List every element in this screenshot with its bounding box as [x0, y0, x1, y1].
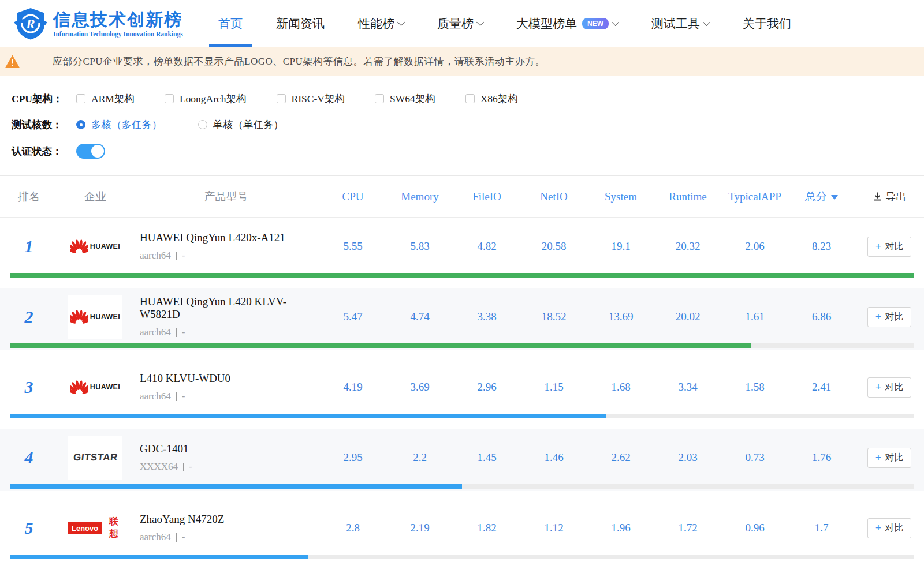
checkbox[interactable] [76, 94, 85, 103]
header-netio[interactable]: NetIO [520, 190, 587, 203]
compare-button[interactable]: 对比 [867, 448, 911, 468]
compare-label: 对比 [885, 311, 903, 323]
radio-button[interactable] [76, 120, 85, 129]
arch-checkbox-option[interactable]: RISC-V架构 [277, 92, 345, 106]
subtitle-divider [183, 463, 184, 471]
rank-number: 3 [25, 377, 33, 396]
header-fileio[interactable]: FileIO [453, 190, 520, 203]
table-header: 排名 企业 产品型号 CPU Memory FileIO NetIO Syste… [0, 176, 924, 218]
plus-icon [875, 241, 881, 252]
table-row: 5 Lenovo 联想 ZhaoYang N4720Z aarch64 [0, 499, 924, 561]
compare-button[interactable]: 对比 [867, 307, 911, 327]
cores-radio-option[interactable]: 多核（多任务） [76, 118, 162, 132]
header-runtime[interactable]: Runtime [654, 190, 721, 203]
product-arch: aarch64 [140, 327, 171, 338]
subtitle-divider [176, 252, 177, 260]
runtime-score: 2.03 [654, 451, 721, 464]
score-bar-track [10, 484, 914, 489]
huawei-flower-icon [70, 380, 88, 394]
total-score: 6.86 [788, 310, 855, 323]
cpu-score: 5.47 [319, 310, 386, 323]
nav-item[interactable]: 性能榜 [358, 0, 404, 47]
checkbox[interactable] [375, 94, 384, 103]
table-body: 1 [0, 218, 924, 561]
header-cpu[interactable]: CPU [319, 190, 386, 203]
product-name: HUAWEI QingYun L420 KLVV-W5821D [140, 295, 319, 321]
compare-label: 对比 [885, 522, 903, 534]
chevron-down-icon [476, 18, 484, 26]
cpu-score: 2.95 [319, 451, 386, 464]
netio-score: 18.52 [520, 310, 587, 323]
certification-toggle[interactable] [76, 144, 105, 159]
export-button[interactable]: 导出 [855, 190, 924, 204]
huawei-logo: HUAWEI [70, 310, 120, 324]
arch-checkbox-option[interactable]: X86架构 [465, 92, 518, 106]
checkbox[interactable] [277, 94, 286, 103]
product-subtitle: XXXX64 - [140, 461, 319, 473]
compare-button[interactable]: 对比 [867, 237, 911, 257]
filter-panel: CPU架构： ARM架构 LoongArch架构 RISC-V架构 SW64架构… [0, 76, 924, 175]
lenovo-logo: Lenovo 联想 [68, 516, 122, 540]
product-arch-note: - [182, 250, 185, 261]
header-total-sort[interactable]: 总分 [788, 189, 855, 204]
radio-button[interactable] [198, 120, 207, 129]
checkbox[interactable] [165, 94, 174, 103]
nav-item[interactable]: 质量榜 [437, 0, 483, 47]
header-typicalapp[interactable]: TypicalAPP [721, 190, 788, 203]
subtitle-divider [176, 392, 177, 401]
huawei-wordmark: HUAWEI [90, 383, 120, 391]
checkbox[interactable] [465, 94, 475, 103]
sort-desc-icon [831, 195, 838, 200]
score-bar-track [10, 414, 914, 418]
cpu-score: 5.55 [319, 240, 386, 253]
system-score: 13.69 [587, 310, 654, 323]
brand-logo[interactable]: R 信息技术创新榜 Information Technology Innovat… [14, 7, 199, 40]
arch-checkbox-option[interactable]: SW64架构 [375, 92, 435, 106]
subtitle-divider [176, 533, 177, 542]
compare-button[interactable]: 对比 [867, 518, 911, 538]
plus-icon [875, 312, 881, 323]
arch-checkbox-option[interactable]: LoongArch架构 [165, 92, 247, 106]
header-system[interactable]: System [587, 190, 654, 203]
nav-menu: 首页 新闻资讯 性能榜 质量榜 大模型榜单 NEW 测试工具 关于我们 [218, 0, 791, 47]
table-row: 1 [0, 218, 924, 280]
svg-text:R: R [25, 17, 35, 31]
product-arch-note: - [182, 531, 185, 543]
total-score: 2.41 [788, 381, 855, 394]
arch-filter-label: CPU架构： [12, 92, 76, 106]
fileio-score: 1.82 [453, 522, 520, 534]
arch-checkbox-option[interactable]: ARM架构 [76, 92, 135, 106]
nav-item[interactable]: 测试工具 [651, 0, 709, 47]
filter-row-cert: 认证状态： [12, 144, 912, 159]
nav-item[interactable]: 关于我们 [743, 0, 791, 47]
nav-item[interactable]: 首页 [218, 0, 243, 47]
plus-icon [875, 382, 881, 393]
typicalapp-score: 0.96 [721, 522, 788, 534]
system-score: 1.96 [587, 522, 654, 534]
cores-radio-option[interactable]: 单核（单任务） [198, 118, 284, 132]
compare-button[interactable]: 对比 [867, 377, 911, 398]
brand-subtitle: Information Technology Innovation Rankin… [53, 31, 183, 38]
cores-filter-label: 测试核数： [12, 118, 76, 132]
total-score: 8.23 [788, 240, 855, 253]
rank-number: 4 [25, 448, 33, 467]
plus-icon [875, 523, 881, 534]
huawei-flower-icon [70, 239, 88, 253]
product-name: HUAWEI QingYun L420x-A121 [140, 231, 319, 244]
typicalapp-score: 0.73 [721, 451, 788, 464]
header-memory[interactable]: Memory [386, 190, 453, 203]
product-subtitle: aarch64 - [140, 327, 319, 338]
product-arch-note: - [182, 391, 185, 402]
product-arch-note: - [182, 327, 185, 338]
huawei-wordmark: HUAWEI [90, 313, 120, 321]
shield-logo-icon: R [14, 7, 47, 40]
score-bar-fill [10, 484, 462, 489]
checkbox-label: LoongArch架构 [180, 92, 247, 106]
checkbox-label: X86架构 [480, 92, 518, 106]
chevron-down-icon [612, 18, 619, 26]
cert-filter-label: 认证状态： [12, 144, 76, 158]
nav-item[interactable]: 大模型榜单 NEW [516, 0, 618, 47]
typicalapp-score: 2.06 [721, 240, 788, 253]
rank-number: 1 [25, 237, 33, 256]
nav-item[interactable]: 新闻资讯 [276, 0, 325, 47]
